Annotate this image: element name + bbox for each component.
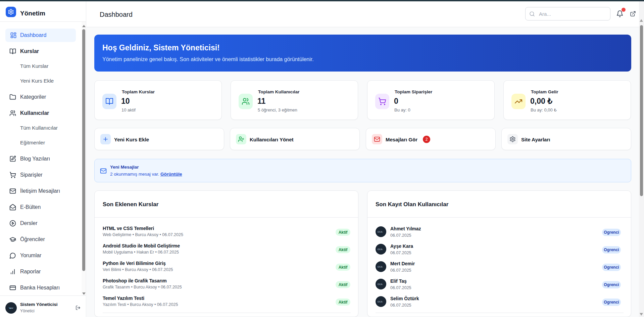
svg-text:EKA: EKA — [10, 307, 13, 309]
